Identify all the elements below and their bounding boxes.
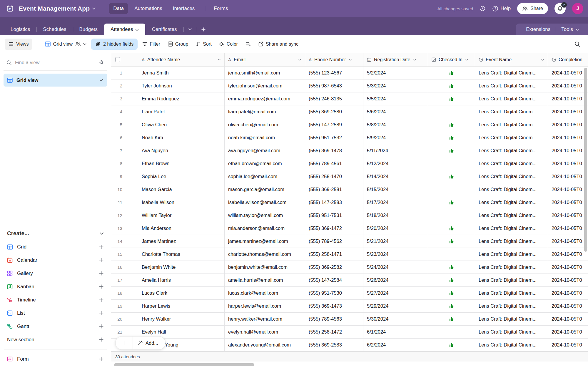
email-cell[interactable]: lucas.clark@email.com: [225, 287, 305, 299]
checked-in-cell[interactable]: [428, 118, 475, 131]
column-chevron-down-icon[interactable]: [349, 59, 352, 61]
find-view-input[interactable]: [15, 60, 96, 65]
top-nav-button[interactable]: Interfaces: [168, 3, 199, 14]
phone-cell[interactable]: (555) 246-8135: [305, 92, 363, 105]
completion-cell[interactable]: 2024-10-05T0: [548, 313, 588, 325]
phone-cell[interactable]: (555) 147-2589: [305, 118, 363, 131]
phone-cell[interactable]: (555) 951-7530: [305, 287, 363, 299]
table-tab[interactable]: Attendees: [104, 24, 146, 35]
registration-date-cell[interactable]: 5/17/2024: [363, 196, 428, 209]
email-cell[interactable]: mason.garcia@email.com: [225, 183, 305, 196]
completion-cell[interactable]: 2024-10-05T0: [548, 261, 588, 273]
email-cell[interactable]: olivia.chen@email.com: [225, 118, 305, 131]
plus-icon[interactable]: [99, 271, 104, 276]
table-tab[interactable]: Certificates: [145, 24, 183, 35]
phone-cell[interactable]: (555) 369-2581: [305, 183, 363, 196]
email-cell[interactable]: mia.anderson@email.com: [225, 222, 305, 235]
attendee-name-cell[interactable]: James Martinez: [134, 235, 225, 248]
attendee-name-cell[interactable]: William Taylor: [134, 209, 225, 222]
row-number-cell[interactable]: 1: [111, 67, 134, 79]
top-nav-button[interactable]: Data: [109, 3, 128, 14]
event-name-cell[interactable]: Lens Craft: Digital Cinem...: [475, 144, 548, 157]
event-name-cell[interactable]: Lens Craft: Digital Cinem...: [475, 105, 548, 118]
phone-cell[interactable]: (555) 369-1473: [305, 300, 363, 312]
attendee-name-cell[interactable]: Noah Kim: [134, 131, 225, 144]
plus-icon[interactable]: [99, 297, 104, 302]
email-cell[interactable]: william.taylor@email.com: [225, 209, 305, 222]
event-name-cell[interactable]: Lens Craft: Digital Cinem...: [475, 287, 548, 299]
checked-in-cell[interactable]: [428, 235, 475, 248]
email-cell[interactable]: ethan.brown@email.com: [225, 157, 305, 170]
event-name-cell[interactable]: Lens Craft: Digital Cinem...: [475, 222, 548, 235]
checked-in-cell[interactable]: [428, 287, 475, 299]
phone-cell[interactable]: (555) 789-4561: [305, 157, 363, 170]
completion-cell[interactable]: 2024-10-05T0: [548, 131, 588, 144]
plus-icon[interactable]: [99, 311, 104, 316]
completion-cell[interactable]: 2024-10-05T0: [548, 118, 588, 131]
thumbs-up-icon[interactable]: [449, 135, 455, 141]
attendee-name-cell[interactable]: Ethan Brown: [134, 157, 225, 170]
checked-in-cell[interactable]: [428, 105, 475, 118]
attendee-name-cell[interactable]: Tyler Johnson: [134, 79, 225, 92]
completion-cell[interactable]: 2024-10-05T0: [548, 339, 588, 351]
completion-cell[interactable]: 2024-10-05T0: [548, 196, 588, 209]
row-number-cell[interactable]: 6: [111, 131, 134, 144]
app-title-chevron-down-icon[interactable]: [92, 7, 96, 10]
thumbs-up-icon[interactable]: [449, 70, 455, 76]
email-cell[interactable]: evelyn.hall@email.com: [225, 326, 305, 338]
create-view-item[interactable]: List: [4, 306, 107, 320]
attendee-name-cell[interactable]: Liam Patel: [134, 105, 225, 118]
registration-date-cell[interactable]: 5/24/2024: [363, 261, 428, 273]
column-header[interactable]: Completion: [548, 53, 588, 66]
checked-in-cell[interactable]: [428, 196, 475, 209]
registration-date-cell[interactable]: 5/2/2024: [363, 67, 428, 79]
row-height-button[interactable]: [243, 39, 254, 50]
app-logo-calendar-icon[interactable]: 31: [5, 3, 15, 14]
thumbs-up-icon[interactable]: [449, 148, 455, 154]
thumbs-up-icon[interactable]: [449, 264, 455, 270]
event-name-cell[interactable]: Lens Craft: Digital Cinem...: [475, 196, 548, 209]
phone-cell[interactable]: (555) 951-7532: [305, 131, 363, 144]
attendee-name-cell[interactable]: Mia Anderson: [134, 222, 225, 235]
help-button[interactable]: ? Help: [492, 6, 511, 12]
event-name-cell[interactable]: Lens Craft: Digital Cinem...: [475, 67, 548, 79]
event-name-cell[interactable]: Lens Craft: Digital Cinem...: [475, 326, 548, 338]
column-header[interactable]: Checked In: [428, 53, 475, 66]
email-cell[interactable]: ava.nguyen@email.com: [225, 144, 305, 157]
extensions-button[interactable]: Extensions: [526, 26, 550, 32]
current-view-button[interactable]: Grid view: [42, 39, 89, 50]
registration-date-cell[interactable]: 5/12/2024: [363, 157, 428, 170]
event-name-cell[interactable]: Lens Craft: Digital Cinem...: [475, 209, 548, 222]
table-tab[interactable]: Schedules: [36, 24, 73, 35]
phone-cell[interactable]: (555) 369-2580: [305, 105, 363, 118]
column-header[interactable]: A Attendee Name: [134, 53, 225, 66]
row-number-cell[interactable]: 15: [111, 248, 134, 261]
checked-in-cell[interactable]: [428, 183, 475, 196]
checked-in-cell[interactable]: [428, 79, 475, 92]
column-header[interactable]: A Email: [225, 53, 305, 66]
completion-cell[interactable]: 2024-10-05T0: [548, 274, 588, 286]
column-chevron-down-icon[interactable]: [465, 59, 468, 61]
create-view-item[interactable]: Gallery: [4, 267, 107, 280]
attendee-name-cell[interactable]: Sophia Lee: [134, 170, 225, 183]
attendee-name-cell[interactable]: Mason Garcia: [134, 183, 225, 196]
plus-icon[interactable]: [99, 337, 104, 342]
registration-date-cell[interactable]: 5/3/2024: [363, 79, 428, 92]
completion-cell[interactable]: 2024-10-05T0: [548, 105, 588, 118]
select-all-checkbox[interactable]: [115, 57, 120, 62]
event-name-cell[interactable]: Lens Craft: Digital Cinem...: [475, 235, 548, 248]
top-nav-button[interactable]: Forms: [209, 3, 232, 14]
create-view-item[interactable]: 31 Calendar: [4, 253, 107, 267]
event-name-cell[interactable]: Lens Craft: Digital Cinem...: [475, 170, 548, 183]
event-name-cell[interactable]: Lens Craft: Digital Cinem...: [475, 92, 548, 105]
attendee-name-cell[interactable]: Lucas Clark: [134, 287, 225, 299]
add-record-plus-icon[interactable]: [116, 336, 133, 349]
registration-date-cell[interactable]: 6/1/2024: [363, 326, 428, 338]
event-name-cell[interactable]: Lens Craft: Digital Cinem...: [475, 248, 548, 261]
registration-date-cell[interactable]: 5/15/2024: [363, 183, 428, 196]
hidden-fields-button[interactable]: 2 hidden fields: [91, 39, 138, 50]
completion-cell[interactable]: 2024-10-05T0: [548, 222, 588, 235]
row-number-cell[interactable]: 3: [111, 92, 134, 105]
row-number-cell[interactable]: 2: [111, 79, 134, 92]
event-name-cell[interactable]: Lens Craft: Digital Cinem...: [475, 79, 548, 92]
